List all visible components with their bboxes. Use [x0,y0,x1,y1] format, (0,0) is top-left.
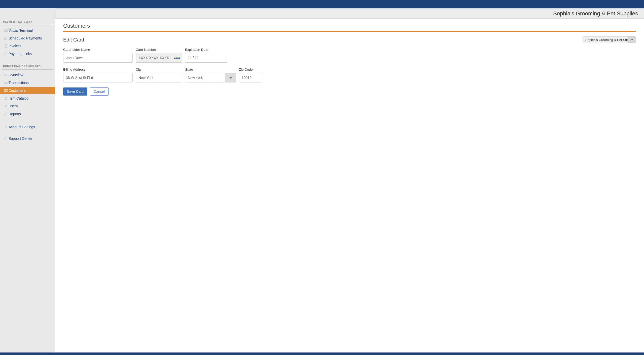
credit-card-icon [3,29,9,32]
merchant-header: Sophia's Grooming & Pet Supplies [55,9,644,19]
sidebar-item-label: Support Center [9,137,53,141]
sidebar-item-virtual-terminal[interactable]: Virtual Terminal [0,27,55,34]
state-label: State [185,68,236,71]
svg-point-15 [5,99,6,100]
sidebar-item-payment-links[interactable]: Payment Links [0,50,55,58]
id-card-icon [3,89,9,92]
sidebar-item-label: Payment Links [9,52,53,56]
svg-rect-2 [5,37,7,40]
sidebar: PAYMENT GATEWAY Virtual Terminal Schedul… [0,8,55,352]
dashboard-icon [3,73,9,77]
cardholder-name-label: Cardholder Name [63,48,133,52]
svg-point-17 [5,105,6,106]
state-select-value: New York [185,73,225,82]
sidebar-item-transactions[interactable]: Transactions [0,79,55,86]
save-card-button[interactable]: Save Card [63,87,87,96]
city-input[interactable] [136,73,182,82]
zip-input[interactable] [239,73,262,82]
link-icon [3,52,9,56]
chevron-down-icon [225,73,236,82]
zip-label: Zip Code [239,68,262,71]
content-area: Customers Edit Card Sophia's Grooming & … [55,19,644,100]
section-title: Edit Card [63,37,84,43]
sidebar-section-title-reporting-dashboard: REPORTING DASHBOARD [2,63,53,70]
sidebar-item-label: Transactions [9,81,53,85]
sidebar-item-item-catalog[interactable]: Item Catalog [0,95,55,102]
cancel-button[interactable]: Cancel [90,87,109,96]
sidebar-item-label: Users [9,104,53,108]
top-bar [0,0,644,8]
merchant-name: Sophia's Grooming & Pet Supplies [553,10,638,17]
main-panel: Sophia's Grooming & Pet Supplies Custome… [55,8,644,352]
file-icon [3,44,9,48]
svg-point-10 [5,82,6,83]
chevron-down-icon [628,36,636,43]
sidebar-item-customers[interactable]: Customers [0,87,55,94]
svg-rect-11 [4,90,7,92]
chart-icon [3,112,9,116]
svg-rect-1 [4,30,7,30]
expiration-input[interactable] [185,53,227,63]
page-title: Customers [63,23,636,32]
sidebar-item-users[interactable]: Users [0,102,55,110]
card-number-label: Card Number [136,48,182,52]
svg-point-16 [7,99,7,100]
sidebar-item-label: Item Catalog [9,96,53,100]
book-icon [3,137,9,140]
merchant-selector[interactable]: Sophia's Grooming & Pet Sup… [583,36,636,43]
sidebar-item-reports[interactable]: Reports [0,110,55,118]
state-select[interactable]: New York [185,73,236,82]
calendar-icon [3,36,9,40]
sidebar-item-label: Customers [9,88,53,93]
svg-rect-0 [4,29,7,32]
billing-address-input[interactable] [63,73,133,82]
expiration-label: Expiration Date [185,48,227,52]
sidebar-item-label: Invoices [9,44,53,48]
sidebar-item-label: Reports [9,112,53,116]
svg-point-12 [5,90,6,91]
app-body: PAYMENT GATEWAY Virtual Terminal Schedul… [0,8,644,352]
sidebar-item-label: Scheduled Payments [9,36,53,40]
users-icon [3,104,9,108]
sidebar-item-scheduled-payments[interactable]: Scheduled Payments [0,34,55,42]
sidebar-section-title-payment-gateway: PAYMENT GATEWAY [2,18,53,25]
cart-icon [3,97,9,100]
cardholder-name-input[interactable] [63,53,133,63]
bottom-bar [0,352,644,355]
sidebar-item-support-center[interactable]: Support Center [0,135,55,142]
city-label: City [136,68,182,71]
svg-point-20 [5,126,6,127]
billing-address-label: Billing Address [63,68,133,71]
visa-brand-icon: VISA [174,57,180,59]
sidebar-item-overview[interactable]: Overview [0,71,55,79]
merchant-selector-value: Sophia's Grooming & Pet Sup… [583,36,628,43]
money-icon [3,81,9,84]
sidebar-item-label: Virtual Terminal [9,28,53,32]
sidebar-item-label: Overview [9,73,53,77]
sidebar-item-account-settings[interactable]: Account Settings [0,123,55,131]
sidebar-item-invoices[interactable]: Invoices [0,42,55,50]
svg-rect-9 [4,82,7,84]
sidebar-item-label: Account Settings [9,125,53,129]
svg-point-18 [6,105,7,106]
gear-icon [3,125,9,129]
